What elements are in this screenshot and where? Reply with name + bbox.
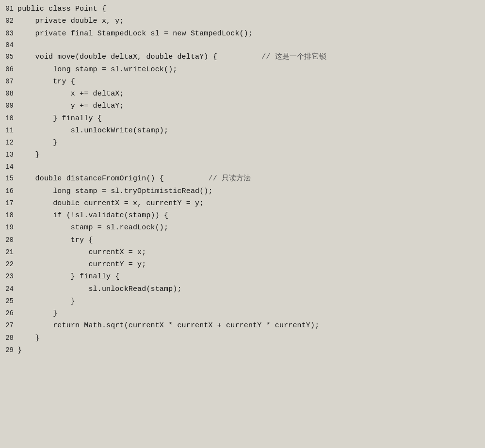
line-content: public class Point { (17, 3, 485, 15)
line-number: 21 (0, 247, 17, 258)
line-number: 25 (0, 296, 17, 307)
line-number: 07 (0, 77, 17, 87)
line-number: 08 (0, 89, 17, 99)
code-line: 16 long stamp = sl.tryOptimisticRead(); (0, 185, 485, 197)
code-line: 04 (0, 40, 485, 51)
line-content: long stamp = sl.writeLock(); (17, 64, 485, 75)
line-content: currentX = x; (17, 247, 485, 258)
code-line: 08 x += deltaX; (0, 88, 485, 100)
code-comment: // 只读方法 (209, 175, 251, 183)
line-number: 09 (0, 101, 17, 112)
line-content: } (17, 137, 485, 148)
line-number: 05 (0, 52, 17, 63)
code-line: 15 double distanceFromOrigin() { // 只读方法 (0, 173, 485, 185)
line-number: 15 (0, 174, 17, 184)
code-line: 06 long stamp = sl.writeLock(); (0, 64, 485, 76)
line-number: 18 (0, 210, 17, 221)
line-content: x += deltaX; (17, 88, 485, 99)
line-content: } (17, 149, 485, 160)
line-content: double distanceFromOrigin() { // 只读方法 (17, 173, 485, 184)
line-content: y += deltaY; (17, 100, 485, 112)
code-line: 10 } finally { (0, 112, 485, 125)
line-number: 27 (0, 320, 17, 331)
code-line: 20 try { (0, 234, 485, 246)
line-number: 28 (0, 333, 17, 344)
code-line: 02 private double x, y; (0, 15, 485, 27)
line-content: currentY = y; (17, 259, 485, 270)
line-content: private double x, y; (17, 16, 485, 27)
code-line: 21 currentX = x; (0, 246, 485, 258)
line-number: 14 (0, 162, 17, 173)
line-content: stamp = sl.readLock(); (17, 222, 485, 233)
line-number: 11 (0, 126, 17, 136)
code-line: 05 void move(double deltaX, double delta… (0, 51, 485, 63)
code-line: 22 currentY = y; (0, 258, 485, 271)
code-line: 11 sl.unlockWrite(stamp); (0, 125, 485, 137)
line-number: 24 (0, 284, 17, 295)
line-number: 01 (0, 4, 17, 15)
line-content: void move(double deltaX, double deltaY) … (17, 51, 485, 63)
code-line: 25 } (0, 295, 485, 307)
line-content: long stamp = sl.tryOptimisticRead(); (17, 186, 485, 197)
line-number: 13 (0, 150, 17, 160)
code-line: 12 } (0, 137, 485, 149)
line-number: 26 (0, 308, 17, 319)
line-content: } (17, 296, 485, 307)
line-content: private final StampedLock sl = new Stamp… (17, 28, 485, 39)
line-number: 22 (0, 259, 17, 270)
line-content: sl.unlockRead(stamp); (17, 284, 485, 295)
line-number: 06 (0, 64, 17, 75)
code-comment: // 这是一个排它锁 (261, 53, 326, 61)
line-number: 16 (0, 186, 17, 197)
line-content: try { (17, 235, 485, 246)
line-number: 10 (0, 113, 17, 124)
code-line: 18 if (!sl.validate(stamp)) { (0, 209, 485, 222)
code-line: 09 y += deltaY; (0, 100, 485, 112)
code-line: 24 sl.unlockRead(stamp); (0, 283, 485, 295)
line-content: } (17, 345, 485, 356)
line-content: double currentX = x, currentY = y; (17, 198, 485, 209)
code-line: 13 } (0, 149, 485, 161)
code-line: 19 stamp = sl.readLock(); (0, 222, 485, 234)
line-content: return Math.sqrt(currentX * currentX + c… (17, 320, 485, 331)
code-line: 01public class Point { (0, 3, 485, 15)
line-number: 04 (0, 40, 17, 51)
line-number: 20 (0, 235, 17, 246)
code-line: 29} (0, 344, 485, 356)
code-line: 28 } (0, 332, 485, 344)
line-content: } finally { (17, 113, 485, 124)
code-line: 23 } finally { (0, 271, 485, 283)
line-content: } (17, 333, 485, 344)
code-line: 07 try { (0, 76, 485, 88)
code-block: 01public class Point {02 private double … (0, 2, 485, 357)
code-line: 14 (0, 161, 485, 173)
line-number: 29 (0, 345, 17, 356)
line-number: 23 (0, 272, 17, 282)
code-line: 03 private final StampedLock sl = new St… (0, 28, 485, 40)
line-number: 17 (0, 198, 17, 209)
line-content: sl.unlockWrite(stamp); (17, 125, 485, 136)
line-number: 19 (0, 223, 17, 233)
line-content: } (17, 308, 485, 319)
code-line: 17 double currentX = x, currentY = y; (0, 197, 485, 209)
line-number: 03 (0, 29, 17, 39)
code-line: 26 } (0, 307, 485, 320)
code-line: 27 return Math.sqrt(currentX * currentX … (0, 320, 485, 332)
line-content: } finally { (17, 271, 485, 282)
line-content: if (!sl.validate(stamp)) { (17, 210, 485, 221)
line-number: 02 (0, 16, 17, 27)
line-content: try { (17, 76, 485, 87)
line-number: 12 (0, 138, 17, 148)
